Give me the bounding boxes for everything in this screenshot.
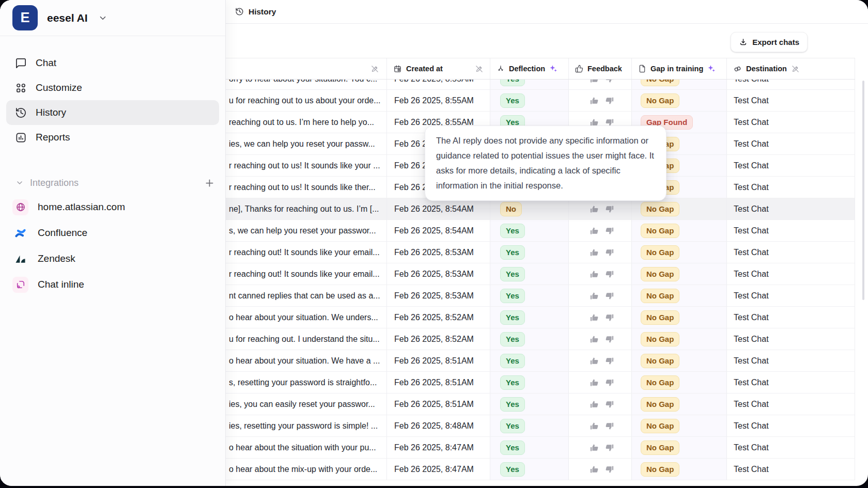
cell-deflection: Yes [490, 415, 568, 436]
tooltip-text: The AI reply does not provide any specif… [436, 136, 654, 190]
thumbs-up-button[interactable] [590, 270, 599, 279]
thumbs-down-button[interactable] [605, 313, 614, 322]
thumbs-up-button[interactable] [590, 313, 599, 322]
add-integration-button[interactable] [204, 178, 215, 188]
thumbs-down-button[interactable] [605, 443, 614, 452]
thumbs-down-button[interactable] [605, 465, 614, 474]
chat-inline-icon [12, 277, 28, 293]
cell-deflection: Yes [490, 220, 568, 241]
integration-item-zendesk[interactable]: Zendesk [0, 246, 225, 272]
confluence-logo [12, 225, 28, 241]
thumbs-up-button[interactable] [590, 378, 599, 387]
thumbs-down-button[interactable] [605, 96, 614, 105]
workspace-switcher[interactable]: E eesel AI [0, 0, 225, 36]
cell-deflection: Yes [490, 393, 568, 415]
cell-destination: Test Chat [726, 263, 855, 285]
cell-gap-in-training: No Gap [631, 307, 726, 328]
split-arrow-icon [497, 65, 505, 73]
chat-bubble-icon [15, 57, 27, 69]
thumbs-down-button[interactable] [605, 356, 614, 366]
cell-feedback [568, 415, 631, 436]
thumbs-up-button[interactable] [590, 465, 599, 474]
thumbs-down-button[interactable] [605, 270, 614, 279]
column-header-label: Feedback [587, 65, 622, 73]
thumbs-up-button[interactable] [590, 226, 599, 235]
cell-destination: Test Chat [726, 415, 855, 436]
integration-item-atlassian[interactable]: home.atlassian.com [0, 194, 225, 220]
thumbs-up-button[interactable] [590, 400, 599, 409]
cell-feedback [568, 307, 631, 328]
download-icon [739, 38, 748, 46]
deflection-badge: Yes [500, 397, 525, 412]
column-header-feedback[interactable]: Feedback [568, 58, 631, 79]
shapes-icon [15, 82, 27, 94]
thumbs-up-button[interactable] [590, 79, 599, 84]
thumbs-down-button[interactable] [605, 248, 614, 257]
sidebar-item-history[interactable]: History [6, 100, 219, 125]
thumbs-up-button[interactable] [590, 291, 599, 301]
export-chats-button[interactable]: Export chats [731, 32, 808, 52]
cell-feedback [568, 372, 631, 393]
sidebar-item-chat[interactable]: Chat [6, 51, 219, 75]
column-header-gap-in-training[interactable]: Gap in training [631, 58, 726, 79]
cell-gap-in-training: No Gap [631, 437, 726, 458]
thumbs-up-button[interactable] [590, 96, 599, 105]
cell-feedback [568, 328, 631, 350]
cell-created-at: Feb 26 2025, 8:54AM [386, 198, 490, 219]
cell-deflection: Yes [490, 328, 568, 350]
column-header-deflection[interactable]: Deflection [490, 58, 568, 79]
sidebar: E eesel AI Chat Customize [0, 0, 226, 486]
deflection-badge: Yes [500, 462, 525, 477]
cell-created-at: Feb 26 2025, 8:51AM [386, 372, 490, 393]
thumbs-down-button[interactable] [605, 226, 614, 235]
thumbs-down-button[interactable] [605, 79, 614, 84]
column-header-label: Created at [406, 65, 443, 73]
gap-badge: No Gap [641, 397, 679, 412]
column-header-created-at[interactable]: Created at [386, 58, 490, 79]
sidebar-item-reports[interactable]: Reports [6, 125, 219, 150]
cell-created-at: Feb 26 2025, 8:52AM [386, 307, 490, 328]
integration-label: Zendesk [38, 253, 75, 264]
cell-created-at: Feb 26 2025, 8:47AM [386, 459, 490, 480]
calendar-clock-icon [393, 65, 402, 73]
gap-badge: No Gap [641, 354, 679, 368]
cell-feedback [568, 437, 631, 458]
column-header-destination[interactable]: Destination [726, 58, 855, 79]
cell-destination: Test Chat [726, 198, 855, 219]
integration-item-chat-inline[interactable]: Chat inline [0, 272, 225, 297]
deflection-badge: Yes [500, 224, 525, 238]
thumbs-up-button[interactable] [590, 204, 599, 214]
thumbs-up-button[interactable] [590, 335, 599, 344]
cell-gap-in-training: No Gap [631, 79, 726, 89]
thumbs-down-button[interactable] [605, 335, 614, 344]
link-icon [733, 65, 742, 73]
cell-feedback [568, 263, 631, 285]
cell-created-at: Feb 26 2025, 8:53AM [386, 263, 490, 285]
thumbs-down-button[interactable] [605, 421, 614, 431]
deflection-badge: Yes [500, 332, 525, 347]
vertical-scrollbar[interactable] [862, 81, 864, 300]
history-icon [235, 7, 244, 16]
cell-destination: Test Chat [726, 220, 855, 241]
gap-badge: No Gap [641, 440, 679, 455]
cell-deflection: Yes [490, 242, 568, 263]
integration-item-confluence[interactable]: Confluence [0, 220, 225, 246]
globe-icon [12, 199, 28, 215]
cell-destination: Test Chat [726, 350, 855, 371]
thumbs-up-button[interactable] [590, 443, 599, 452]
column-header-label: Gap in training [650, 65, 703, 73]
cell-gap-in-training: No Gap [631, 459, 726, 480]
cell-destination: Test Chat [726, 307, 855, 328]
thumbs-down-button[interactable] [605, 378, 614, 387]
thumbs-down-button[interactable] [605, 204, 614, 214]
thumbs-up-button[interactable] [590, 248, 599, 257]
deflection-badge: Yes [500, 93, 525, 108]
gap-badge: No Gap [641, 289, 679, 303]
thumbs-up-button[interactable] [590, 356, 599, 366]
thumbs-up-button[interactable] [590, 421, 599, 431]
thumbs-down-button[interactable] [605, 291, 614, 301]
sidebar-item-customize[interactable]: Customize [6, 75, 219, 100]
integrations-section-header[interactable]: Integrations [0, 174, 225, 192]
app-window: History Export chats Created at [0, 0, 868, 486]
thumbs-down-button[interactable] [605, 400, 614, 409]
